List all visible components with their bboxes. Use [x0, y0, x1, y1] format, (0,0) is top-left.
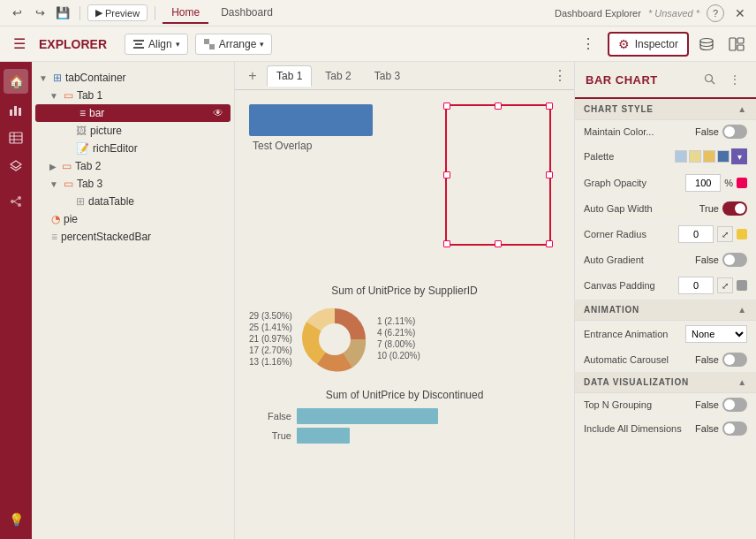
tree-item-tabcontainer[interactable]: ▼ ⊞ tabContainer: [32, 69, 234, 87]
tree-item-bar[interactable]: ≡ bar 👁: [35, 104, 231, 122]
resize-handle-bl[interactable]: [443, 240, 450, 247]
palette-value: ▾: [675, 148, 747, 164]
picture-icon: 🖼: [76, 125, 87, 137]
close-button[interactable]: ✕: [731, 4, 749, 22]
svg-line-21: [14, 201, 18, 204]
palette-swatch-2[interactable]: [689, 150, 701, 163]
preview-button[interactable]: ▶ Preview: [87, 4, 147, 21]
arrange-button[interactable]: Arrange ▾: [195, 34, 273, 55]
bar-row-true: True: [256, 428, 553, 444]
expand-chevron: ▶: [49, 162, 57, 171]
dashboard-tab[interactable]: Dashboard: [212, 3, 282, 24]
canvas-padding-input[interactable]: [678, 277, 714, 294]
menu-toggle-button[interactable]: ☰: [7, 32, 32, 57]
corner-radius-input[interactable]: [678, 225, 714, 243]
align-button[interactable]: Align ▾: [125, 34, 188, 55]
graph-opacity-color-dot[interactable]: [737, 178, 747, 188]
inspector-more-button[interactable]: ⋮: [724, 69, 745, 90]
auto-gradient-label: Auto Gradient: [584, 254, 695, 265]
palette-swatch-3[interactable]: [703, 150, 715, 163]
resize-handle-tm[interactable]: [495, 102, 502, 110]
auto-gap-width-label: Auto Gap Width: [584, 203, 699, 214]
maintain-color-toggle[interactable]: [722, 125, 747, 139]
tab3-icon: ▭: [64, 178, 73, 190]
resize-handle-br[interactable]: [546, 240, 553, 247]
rich-editor-icon: 📝: [76, 142, 89, 155]
percentstackedbar-label: percentStackedBar: [61, 231, 151, 243]
inspector-button[interactable]: ⚙ Inspector: [608, 32, 689, 57]
database-icon-button[interactable]: [694, 32, 719, 57]
canvas-padding-color-dot[interactable]: [737, 280, 747, 291]
save-button[interactable]: 💾: [53, 4, 72, 23]
auto-gap-width-toggle[interactable]: [722, 201, 747, 216]
svg-rect-1: [135, 43, 142, 45]
automatic-carousel-toggle[interactable]: [722, 353, 747, 367]
more-options-button[interactable]: ⋮: [576, 32, 601, 57]
add-tab-button[interactable]: +: [242, 65, 263, 87]
sidebar-icon-layers[interactable]: [4, 154, 28, 178]
richeditor-label: richEditor: [93, 142, 138, 155]
resize-handle-tl[interactable]: [443, 102, 450, 110]
include-all-dimensions-row: Include All Dimensions False: [575, 417, 756, 441]
corner-radius-expand[interactable]: ⤢: [717, 226, 733, 242]
tree-item-pie[interactable]: ◔ pie: [32, 210, 234, 228]
stacked-bar-icon: ≡: [51, 231, 57, 243]
bar-chart-icon: ≡: [79, 107, 86, 119]
help-button[interactable]: ?: [707, 4, 724, 22]
sidebar-icon-lightbulb[interactable]: 💡: [4, 507, 28, 532]
canvas-tab-2[interactable]: Tab 2: [315, 65, 360, 87]
visibility-icon[interactable]: 👁: [213, 107, 223, 119]
sidebar-icon-home[interactable]: 🏠: [4, 69, 28, 94]
sidebar-icon-chart[interactable]: [4, 97, 28, 122]
redo-button[interactable]: ↪: [30, 4, 49, 23]
entrance-animation-select[interactable]: None Fade Slide: [685, 325, 747, 343]
tree-item-tab3[interactable]: ▼ ▭ Tab 3: [32, 175, 234, 193]
corner-radius-color-dot[interactable]: [737, 229, 747, 239]
inspector-search-button[interactable]: [699, 69, 721, 90]
resize-handle-bm[interactable]: [495, 240, 502, 247]
tree-item-picture[interactable]: 🖼 picture: [32, 122, 234, 140]
tree-item-percentstackedbar[interactable]: ≡ percentStackedBar: [32, 228, 234, 246]
sidebar-icon-table[interactable]: [4, 125, 28, 150]
chart-style-section-header[interactable]: CHART STYLE ▲: [575, 99, 756, 120]
include-all-dimensions-toggle[interactable]: [722, 421, 747, 436]
tree-item-tab2[interactable]: ▶ ▭ Tab 2: [32, 157, 234, 175]
panel-layout-icon: [729, 36, 745, 52]
canvas-tab-1[interactable]: Tab 1: [267, 65, 312, 87]
palette-swatch-4[interactable]: [717, 150, 730, 163]
canvas-padding-expand[interactable]: ⤢: [717, 277, 733, 293]
animation-label: ANIMATION: [584, 305, 639, 315]
include-all-dimensions-text: False: [695, 423, 719, 434]
panel-layout-button[interactable]: [724, 32, 749, 57]
home-tab[interactable]: Home: [163, 3, 208, 24]
tab2-icon: ▭: [62, 160, 72, 172]
resize-handle-tr[interactable]: [546, 102, 553, 110]
tree-item-datatable[interactable]: ⊞ dataTable: [32, 193, 234, 210]
resize-handle-mr[interactable]: [546, 171, 553, 178]
maintain-color-row: Maintain Color... False: [575, 120, 756, 144]
svg-rect-8: [737, 45, 744, 50]
data-viz-section-header[interactable]: DATA VISUALIZATION ▲: [575, 372, 756, 393]
graph-opacity-input[interactable]: [685, 174, 721, 192]
corner-radius-label: Corner Radius: [584, 229, 678, 239]
resize-handle-ml[interactable]: [443, 171, 450, 178]
tree-item-tab1[interactable]: ▼ ▭ Tab 1: [32, 87, 234, 104]
automatic-carousel-label: Automatic Carousel: [584, 354, 695, 365]
pie-icon: ◔: [51, 213, 60, 225]
palette-dropdown-button[interactable]: ▾: [731, 148, 747, 164]
entrance-animation-label: Entrance Animation: [584, 329, 685, 339]
palette-swatch-1[interactable]: [675, 150, 687, 163]
top-n-grouping-toggle[interactable]: [722, 398, 747, 412]
animation-section-header[interactable]: ANIMATION ▲: [575, 300, 756, 321]
canvas-tabs-more[interactable]: ⋮: [553, 67, 567, 84]
sidebar-icon-nodes[interactable]: [4, 189, 28, 214]
canvas-area: + Tab 1 Tab 2 Tab 3 ⋮ Test Overlap: [235, 62, 574, 539]
grid-icon: ⊞: [53, 72, 62, 84]
legend-item-7: 7 (8.00%): [377, 339, 420, 349]
auto-gradient-toggle[interactable]: [722, 253, 747, 267]
expand-chevron: ▼: [39, 73, 48, 83]
canvas-tab-3[interactable]: Tab 3: [365, 65, 410, 87]
undo-button[interactable]: ↩: [7, 4, 26, 23]
tree-item-richeditor[interactable]: 📝 richEditor: [32, 140, 234, 157]
selected-chart-box[interactable]: [445, 104, 551, 246]
